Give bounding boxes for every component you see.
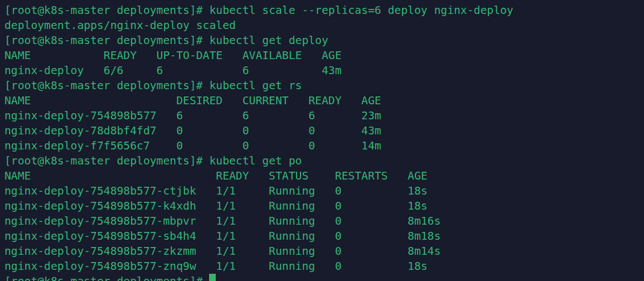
shell-prompt: [root@k8s-master deployments]# [4, 79, 203, 92]
table-row: nginx-deploy-754898b577-zkzmm 1/1 Runnin… [4, 245, 440, 258]
table-row-line: nginx-deploy-754898b577-mbpvr 1/1 Runnin… [4, 214, 644, 229]
table-row-line: nginx-deploy-754898b577-sb4h4 1/1 Runnin… [4, 229, 644, 244]
shell-prompt: [root@k8s-master deployments]# [4, 4, 203, 17]
prompt-line: [root@k8s-master deployments]# kubectl g… [4, 33, 644, 48]
command-output: deployment.apps/nginx-deploy scaled [4, 19, 236, 32]
table-row: nginx-deploy-754898b577-sb4h4 1/1 Runnin… [4, 230, 440, 243]
table-header-line: NAME READY UP-TO-DATE AVAILABLE AGE [4, 48, 644, 63]
table-row-line: nginx-deploy-754898b577-ctjbk 1/1 Runnin… [4, 183, 644, 198]
prompt-line: [root@k8s-master deployments]# kubectl g… [4, 78, 644, 93]
table-row-line: nginx-deploy-f7f5656c7 0 0 0 14m [4, 138, 644, 153]
prompt-line: [root@k8s-master deployments]# kubectl g… [4, 153, 644, 168]
shell-prompt: [root@k8s-master deployments]# [4, 154, 203, 167]
table-row-line: nginx-deploy-754898b577 6 6 6 23m [4, 108, 644, 123]
table-row-line: nginx-deploy-754898b577-zkzmm 1/1 Runnin… [4, 244, 644, 259]
table-row-line: nginx-deploy-754898b577-znq9w 1/1 Runnin… [4, 259, 644, 274]
table-row: nginx-deploy-754898b577-ctjbk 1/1 Runnin… [4, 185, 428, 197]
shell-prompt: [root@k8s-master deployments]# [4, 34, 203, 47]
shell-prompt: [root@k8s-master deployments]# [4, 275, 203, 281]
table-row: nginx-deploy 6/6 6 6 43m [4, 64, 342, 77]
table-row: nginx-deploy-754898b577 6 6 6 23m [4, 109, 381, 122]
table-row: nginx-deploy-78d8bf4fd7 0 0 0 43m [4, 124, 381, 137]
table-row: nginx-deploy-f7f5656c7 0 0 0 14m [4, 139, 381, 152]
table-row-line: nginx-deploy 6/6 6 6 43m [4, 63, 644, 78]
table-row-line: nginx-deploy-754898b577-k4xdh 1/1 Runnin… [4, 198, 644, 214]
table-header: NAME DESIRED CURRENT READY AGE [4, 94, 381, 107]
shell-command: kubectl scale --replicas=6 deploy nginx-… [209, 4, 513, 17]
table-header-line: NAME DESIRED CURRENT READY AGE [4, 93, 644, 108]
shell-command: kubectl get rs [209, 79, 302, 92]
prompt-line: [root@k8s-master deployments]# [4, 274, 644, 281]
shell-command: kubectl get deploy [209, 34, 328, 47]
shell-command: kubectl get po [209, 154, 302, 167]
table-header: NAME READY STATUS RESTARTS AGE [4, 169, 428, 182]
prompt-line: [root@k8s-master deployments]# kubectl s… [4, 3, 644, 18]
output-line: deployment.apps/nginx-deploy scaled [4, 18, 644, 33]
table-header: NAME READY UP-TO-DATE AVAILABLE AGE [4, 49, 342, 62]
table-row-line: nginx-deploy-78d8bf4fd7 0 0 0 43m [4, 123, 644, 138]
terminal[interactable]: [root@k8s-master deployments]# kubectl s… [0, 0, 644, 281]
table-row: nginx-deploy-754898b577-k4xdh 1/1 Runnin… [4, 200, 428, 212]
table-row: nginx-deploy-754898b577-znq9w 1/1 Runnin… [4, 260, 428, 273]
table-row: nginx-deploy-754898b577-mbpvr 1/1 Runnin… [4, 215, 440, 227]
table-header-line: NAME READY STATUS RESTARTS AGE [4, 168, 644, 183]
terminal-cursor [209, 274, 216, 281]
